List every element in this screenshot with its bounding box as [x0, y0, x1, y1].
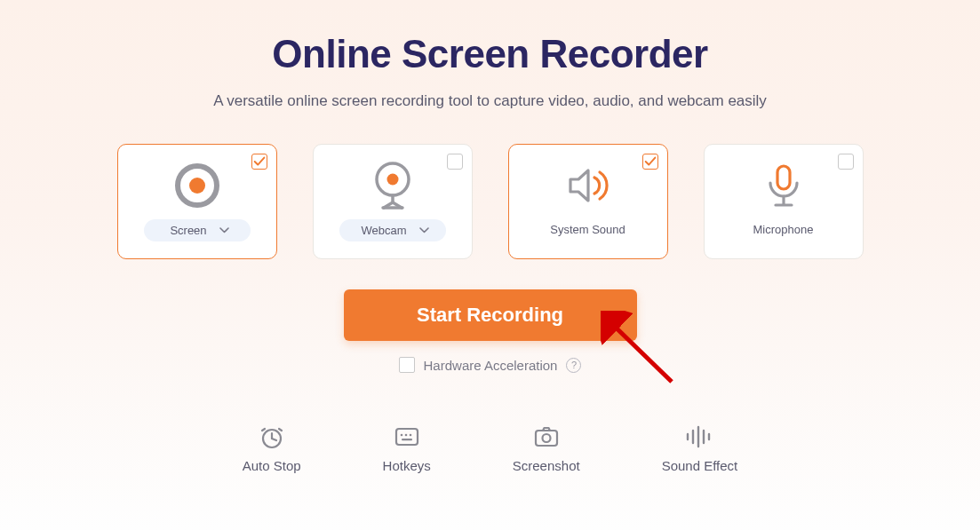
svg-point-3	[386, 174, 398, 186]
svg-point-7	[400, 434, 402, 437]
hw-accel-checkbox[interactable]	[399, 357, 415, 373]
page-subtitle: A versatile online screen recording tool…	[213, 92, 767, 110]
webcam-dropdown[interactable]: Webcam	[339, 219, 446, 241]
webcam-icon	[368, 157, 418, 214]
start-recording-button[interactable]: Start Recording	[344, 289, 637, 341]
svg-point-9	[409, 434, 411, 437]
svg-rect-11	[536, 431, 557, 446]
chevron-down-icon	[219, 227, 229, 233]
source-card-microphone[interactable]: Microphone	[704, 144, 864, 259]
tool-sound-effect[interactable]: Sound Effect	[662, 424, 738, 473]
svg-rect-10	[402, 439, 412, 440]
tool-auto-stop[interactable]: Auto Stop	[243, 424, 301, 473]
svg-point-1	[189, 178, 205, 194]
tool-auto-stop-label: Auto Stop	[243, 458, 301, 473]
microphone-icon	[759, 157, 809, 214]
waveform-icon	[684, 424, 714, 449]
chevron-down-icon	[419, 227, 429, 233]
help-icon[interactable]: ?	[566, 358, 581, 373]
hw-accel-label: Hardware Acceleration	[424, 358, 558, 373]
camera-icon	[533, 424, 560, 449]
svg-point-8	[404, 434, 407, 437]
screen-checkbox[interactable]	[251, 154, 267, 170]
microphone-label: Microphone	[753, 223, 814, 236]
system-sound-checkbox[interactable]	[642, 154, 658, 170]
svg-point-12	[542, 434, 550, 442]
svg-rect-6	[396, 429, 418, 445]
tool-hotkeys[interactable]: Hotkeys	[383, 424, 431, 473]
tool-screenshot-label: Screenshot	[513, 458, 580, 473]
svg-rect-4	[777, 166, 790, 189]
page-title: Online Screen Recorder	[272, 32, 707, 76]
screen-label: Screen	[170, 224, 206, 237]
record-icon	[172, 157, 222, 214]
clock-icon	[259, 424, 285, 449]
system-sound-label: System Sound	[550, 223, 625, 236]
tool-screenshot[interactable]: Screenshot	[513, 424, 580, 473]
hw-accel-row: Hardware Acceleration ?	[399, 357, 582, 373]
tool-row: Auto Stop Hotkeys	[243, 424, 738, 473]
speaker-icon	[563, 157, 613, 214]
webcam-label: Webcam	[361, 224, 406, 237]
keyboard-icon	[394, 424, 420, 449]
source-card-screen[interactable]: Screen	[117, 144, 277, 259]
tool-hotkeys-label: Hotkeys	[383, 458, 431, 473]
tool-sound-effect-label: Sound Effect	[662, 458, 738, 473]
screen-dropdown[interactable]: Screen	[144, 219, 251, 241]
source-card-system-sound[interactable]: System Sound	[508, 144, 668, 259]
source-card-row: Screen Webcam	[117, 144, 864, 259]
source-card-webcam[interactable]: Webcam	[313, 144, 473, 259]
webcam-checkbox[interactable]	[447, 154, 463, 170]
microphone-checkbox[interactable]	[838, 154, 854, 170]
